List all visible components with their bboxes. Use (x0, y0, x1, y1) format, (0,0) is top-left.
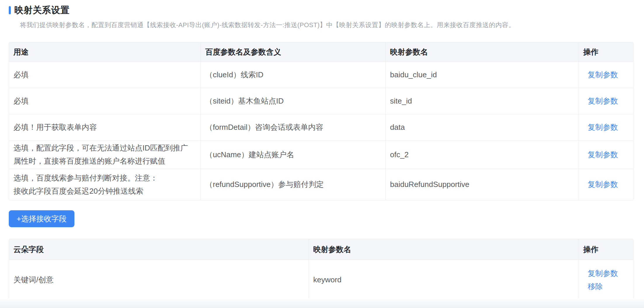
col-header-mapping-param: 映射参数名 (385, 42, 579, 62)
mapping-table: 用途 百度参数名及参数含义 映射参数名 操作 必填 （clueId）线索ID b… (9, 42, 633, 200)
cloud-fields-table: 云朵字段 映射参数名 操作 关键词/创意 keyword 复制参数 移除 (9, 239, 633, 300)
col-header-baidu-param: 百度参数名及参数含义 (201, 42, 385, 62)
select-receive-fields-button[interactable]: +选择接收字段 (9, 210, 74, 227)
cell-mapping-param: baiduRefundSupportive (385, 169, 579, 200)
cell-actions: 复制参数 移除 (579, 260, 633, 300)
remove-link[interactable]: 移除 (588, 281, 603, 292)
cell-baidu-param: （refundSupportive）参与赔付判定 (201, 169, 385, 200)
col-header-actions: 操作 (579, 42, 633, 62)
cell-cloud-field: 关键词/创意 (9, 260, 309, 300)
col-header-cloud-field: 云朵字段 (9, 239, 309, 260)
copy-param-link[interactable]: 复制参数 (588, 69, 618, 80)
cell-usage: 必填 (9, 88, 201, 114)
cell-actions: 复制参数 (579, 141, 633, 169)
table-row: 必填 （clueId）线索ID baidu_clue_id 复制参数 (9, 62, 633, 88)
cell-mapping-param: baidu_clue_id (385, 62, 579, 88)
copy-param-link[interactable]: 复制参数 (588, 122, 618, 133)
cell-mapping-param: keyword (309, 260, 579, 300)
page-title: 映射关系设置 (14, 4, 69, 16)
cell-mapping-param: site_id (385, 88, 579, 114)
copy-param-link[interactable]: 复制参数 (588, 268, 618, 279)
cell-baidu-param: （formDetail）咨询会话或表单内容 (201, 114, 385, 140)
cell-mapping-param: ofc_2 (385, 141, 579, 169)
cell-actions: 复制参数 (579, 62, 633, 88)
cell-mapping-param: data (385, 114, 579, 140)
cell-usage: 必填！用于获取表单内容 (9, 114, 201, 140)
col-header-usage: 用途 (9, 42, 201, 62)
cell-actions: 复制参数 (579, 114, 633, 140)
table-row: 必填 （siteid）基木鱼站点ID site_id 复制参数 (9, 88, 633, 114)
copy-param-link[interactable]: 复制参数 (588, 179, 618, 190)
cell-baidu-param: （siteid）基木鱼站点ID (201, 88, 385, 114)
cell-usage: 选填，配置此字段，可在无法通过站点ID匹配到推广属性时，直接将百度推送的账户名称… (9, 141, 201, 169)
copy-param-link[interactable]: 复制参数 (588, 95, 618, 107)
table-row: 必填！用于获取表单内容 （formDetail）咨询会话或表单内容 data 复… (9, 114, 633, 140)
table-row: 选填，百度线索参与赔付判断对接。注意： 接收此字段百度会延迟20分钟推送线索 （… (9, 169, 633, 200)
cell-usage: 选填，百度线索参与赔付判断对接。注意： 接收此字段百度会延迟20分钟推送线索 (9, 169, 201, 200)
cell-usage: 必填 (9, 62, 201, 88)
cell-baidu-param: （ucName）建站点账户名 (201, 141, 385, 169)
section-accent-bar (9, 6, 11, 14)
col-header-mapping-param: 映射参数名 (309, 239, 579, 260)
col-header-actions: 操作 (579, 239, 633, 260)
mapping-table-header-row: 用途 百度参数名及参数含义 映射参数名 操作 (9, 42, 633, 62)
section-header: 映射关系设置 (9, 4, 644, 16)
page-subtitle: 将我们提供映射参数名，配置到百度营销通【线索接收-API导出(账户)-线索数据转… (20, 21, 644, 29)
table-row: 关键词/创意 keyword 复制参数 移除 (9, 260, 633, 300)
page-bottom-strip (0, 298, 644, 308)
copy-param-link[interactable]: 复制参数 (588, 149, 618, 160)
cell-actions: 复制参数 (579, 88, 633, 114)
table-row: 选填，配置此字段，可在无法通过站点ID匹配到推广属性时，直接将百度推送的账户名称… (9, 140, 633, 169)
cell-actions: 复制参数 (579, 169, 633, 200)
cell-baidu-param: （clueId）线索ID (201, 62, 385, 88)
cloud-table-header-row: 云朵字段 映射参数名 操作 (9, 239, 633, 260)
